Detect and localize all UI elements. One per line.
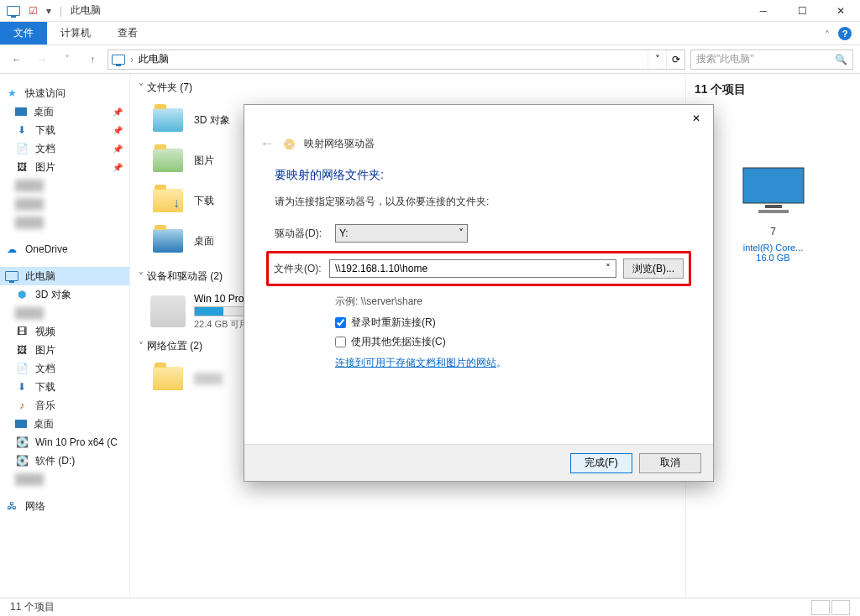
- dialog-close-button[interactable]: ✕: [679, 105, 713, 132]
- close-button[interactable]: ✕: [821, 0, 860, 22]
- cloud-icon: ☁: [5, 243, 18, 255]
- search-input[interactable]: 搜索"此电脑" 🔍: [690, 50, 853, 70]
- help-icon[interactable]: ?: [838, 27, 852, 40]
- other-credentials-checkbox[interactable]: 使用其他凭据连接(C): [335, 335, 683, 349]
- recent-dropdown[interactable]: ˅: [57, 50, 77, 70]
- address-dropdown-icon[interactable]: ˅: [648, 50, 666, 69]
- qat-checkbox-icon[interactable]: ☑: [29, 5, 38, 17]
- dialog-body: 要映射的网络文件夹: 请为连接指定驱动器号，以及你要连接的文件夹: 驱动器(D)…: [244, 156, 713, 370]
- quick-access-toolbar: ☑ ▾ |: [0, 5, 62, 17]
- view-details-button[interactable]: [811, 600, 830, 615]
- download-icon: ⬇: [15, 381, 29, 393]
- status-bar: 11 个项目: [0, 598, 860, 616]
- ribbon-computer-tab[interactable]: 计算机: [47, 22, 104, 44]
- desktop-icon: [15, 420, 27, 428]
- dialog-header-title: 映射网络驱动器: [304, 137, 375, 151]
- cube-icon: ⬢: [15, 289, 29, 300]
- browse-button[interactable]: 浏览(B)...: [623, 258, 684, 279]
- dialog-header: ← 📀 映射网络驱动器: [244, 132, 713, 156]
- connect-website-link[interactable]: 连接到可用于存储文档和图片的网站。: [335, 356, 683, 370]
- forward-button[interactable]: →: [32, 50, 52, 70]
- address-bar[interactable]: › 此电脑 ˅ ⟳: [108, 50, 685, 70]
- window-title: 此电脑: [71, 3, 101, 18]
- sidebar-item-blur[interactable]: ████: [0, 176, 129, 195]
- details-device: 7 intel(R) Core... 16.0 GB: [695, 164, 852, 263]
- sidebar: ★快速访问 桌面📌 ⬇下载📌 📄文档📌 🖼图片📌 ████ ████ ████ …: [0, 74, 130, 598]
- chevron-down-icon: ˅: [139, 82, 144, 94]
- sidebar-desktop[interactable]: 桌面📌: [0, 102, 129, 121]
- ribbon-file-tab[interactable]: 文件: [0, 22, 47, 44]
- sidebar-documents-2[interactable]: 📄文档: [0, 359, 129, 378]
- network-icon: 🖧: [5, 500, 18, 512]
- svg-rect-1: [765, 205, 782, 208]
- sidebar-desktop-2[interactable]: 桌面: [0, 415, 129, 433]
- chevron-down-icon: ˅: [139, 271, 144, 283]
- star-icon: ★: [5, 87, 18, 99]
- drive-icon: 💽: [15, 436, 29, 448]
- folder-label: 文件夹(O):: [274, 262, 329, 276]
- sidebar-network[interactable]: 🖧网络: [0, 497, 129, 515]
- view-icons-button[interactable]: [831, 600, 850, 615]
- drive-icon: [150, 295, 186, 327]
- pin-icon: 📌: [113, 163, 123, 172]
- window-controls: ─ ☐ ✕: [744, 0, 860, 22]
- finish-button[interactable]: 完成(F): [570, 453, 632, 473]
- document-icon: 📄: [15, 363, 29, 374]
- drive-label: 驱动器(D):: [275, 227, 335, 241]
- pin-icon: 📌: [113, 107, 123, 117]
- sidebar-drive-d[interactable]: 💽软件 (D:): [0, 452, 129, 470]
- dialog-back-icon[interactable]: ←: [260, 135, 275, 153]
- sidebar-quick-access[interactable]: ★快速访问: [0, 84, 129, 102]
- sidebar-downloads[interactable]: ⬇下载📌: [0, 121, 129, 139]
- up-button[interactable]: ↑: [82, 50, 102, 70]
- maximize-button[interactable]: ☐: [783, 0, 821, 22]
- dialog-title: 要映射的网络文件夹:: [275, 168, 683, 183]
- ribbon-view-tab[interactable]: 查看: [104, 22, 151, 44]
- sidebar-pictures-2[interactable]: 🖼图片: [0, 341, 129, 359]
- section-folders[interactable]: ˅ 文件夹 (7): [139, 81, 677, 95]
- sidebar-item-blur[interactable]: ████: [0, 213, 129, 232]
- reconnect-input[interactable]: [335, 317, 346, 328]
- ribbon-collapse-icon[interactable]: ˄: [825, 29, 833, 38]
- desktop-icon: [15, 107, 27, 116]
- sidebar-videos[interactable]: 🎞视频: [0, 322, 129, 341]
- details-ram: 16.0 GB: [695, 253, 852, 263]
- drive-icon: 💽: [15, 455, 29, 467]
- drive-select[interactable]: Y: ˅: [335, 224, 468, 243]
- dialog-footer: 完成(F) 取消: [244, 444, 713, 481]
- breadcrumb-sep: ›: [130, 54, 134, 65]
- address-text[interactable]: 此电脑: [139, 52, 169, 66]
- sidebar-this-pc[interactable]: 此电脑: [0, 267, 129, 285]
- sidebar-drive-c[interactable]: 💽Win 10 Pro x64 (C: [0, 433, 129, 452]
- reconnect-checkbox[interactable]: 登录时重新连接(R): [335, 316, 683, 330]
- minimize-button[interactable]: ─: [744, 0, 783, 22]
- monitor-icon: [740, 164, 807, 215]
- pin-icon: 📌: [113, 144, 123, 154]
- sidebar-music[interactable]: ♪音乐: [0, 396, 129, 415]
- download-icon: ⬇: [15, 124, 29, 136]
- sidebar-downloads-2[interactable]: ⬇下载: [0, 378, 129, 396]
- refresh-icon[interactable]: ⟳: [666, 50, 684, 69]
- back-button[interactable]: ←: [7, 50, 27, 70]
- sidebar-3d-objects[interactable]: ⬢3D 对象: [0, 285, 129, 304]
- other-cred-input[interactable]: [335, 337, 346, 347]
- video-icon: 🎞: [15, 326, 29, 337]
- ribbon: 文件 计算机 查看 ˄ ?: [0, 22, 860, 45]
- details-model: 7: [695, 226, 852, 238]
- sidebar-item-blur[interactable]: ████: [0, 195, 129, 213]
- dialog-titlebar: ✕: [244, 105, 713, 132]
- address-icon: [112, 55, 125, 65]
- search-icon[interactable]: 🔍: [835, 54, 847, 65]
- details-count: 11 个项目: [695, 82, 852, 97]
- qat-dropdown-icon[interactable]: ▾: [46, 5, 51, 17]
- status-items: 11 个项目: [10, 600, 55, 614]
- sidebar-item-blur[interactable]: ████: [0, 470, 129, 488]
- chevron-down-icon: ˅: [459, 227, 464, 239]
- sidebar-item-blur[interactable]: ████: [0, 304, 129, 322]
- sidebar-pictures[interactable]: 🖼图片📌: [0, 158, 129, 176]
- folder-input[interactable]: \\192.168.1.10\home ˅: [329, 259, 616, 278]
- svg-rect-0: [743, 168, 804, 203]
- cancel-button[interactable]: 取消: [639, 453, 701, 473]
- sidebar-documents[interactable]: 📄文档📌: [0, 139, 129, 158]
- sidebar-onedrive[interactable]: ☁OneDrive: [0, 240, 129, 258]
